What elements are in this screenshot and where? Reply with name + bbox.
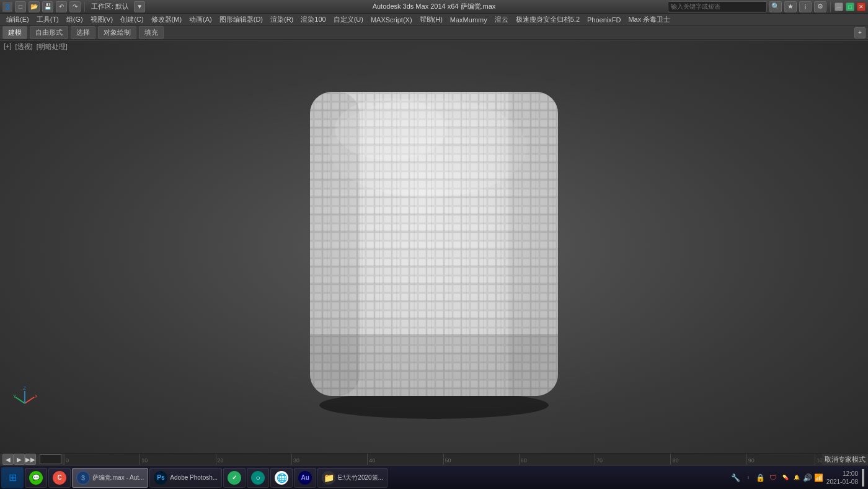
- viewport-shading[interactable]: [明暗处理]: [37, 42, 68, 52]
- new-file-icon[interactable]: □: [15, 1, 26, 12]
- clock-date: 2021-01-08: [826, 478, 858, 486]
- tick-40: 40: [367, 454, 375, 465]
- bookmark-icon[interactable]: ★: [784, 1, 797, 12]
- info-icon[interactable]: i: [799, 1, 812, 12]
- menu-render[interactable]: 渲染(R): [267, 14, 297, 25]
- open-file-icon[interactable]: 📂: [29, 1, 40, 12]
- search-button[interactable]: 🔍: [769, 1, 782, 12]
- timeline-prev-icon[interactable]: ◀: [2, 454, 14, 465]
- ps-label: Adobe Photosh...: [170, 474, 218, 481]
- taskbar-app-3dsmax[interactable]: 3 萨编觉.max - Aut...: [72, 468, 148, 488]
- clock-time: 12:00: [826, 470, 858, 478]
- menu-help[interactable]: 帮助(H): [416, 14, 446, 25]
- ps-icon: Ps: [154, 471, 167, 485]
- menu-group[interactable]: 组(G): [63, 14, 87, 25]
- menu-customize[interactable]: 自定义(U): [330, 14, 367, 25]
- tab-freeform[interactable]: 自由形式: [30, 26, 68, 39]
- timeline-play-icon[interactable]: ▶: [14, 454, 25, 465]
- add-tab-icon[interactable]: +: [854, 27, 866, 38]
- menu-create[interactable]: 创建(C): [117, 14, 147, 25]
- menu-phoenix[interactable]: PhoenixFD: [583, 16, 624, 24]
- start-button[interactable]: ⊞: [1, 467, 24, 488]
- taskbar-app-red[interactable]: C: [48, 468, 71, 488]
- minimize-button[interactable]: ─: [835, 2, 843, 11]
- title-bar-left: 3 □ 📂 💾 ↶ ↷ 工作区: 默认 ▼: [2, 1, 145, 12]
- undo-icon[interactable]: ↶: [56, 1, 67, 12]
- close-button[interactable]: ✕: [857, 2, 866, 11]
- title-bar: 3 □ 📂 💾 ↶ ↷ 工作区: 默认 ▼ Autodesk 3ds Max 2…: [0, 0, 868, 14]
- tray-icons-group: 💊 🔔 🔊 📶: [781, 473, 824, 483]
- tab-fill[interactable]: 填充: [139, 26, 164, 39]
- sub-toolbar: 建模 自由形式 选择 对象绘制 填充 +: [0, 26, 868, 40]
- tab-select[interactable]: 选择: [71, 26, 95, 39]
- timeline-track[interactable]: 0 10 20 30 40 50 60 70 80 90 100: [64, 454, 822, 465]
- tick-30: 30: [291, 454, 299, 465]
- taskbar-app-green[interactable]: ✓: [223, 468, 246, 488]
- settings-icon[interactable]: ⚙: [814, 1, 826, 12]
- search-input[interactable]: [668, 1, 767, 12]
- menu-slim[interactable]: 极速瘦身安全归档5.2: [512, 14, 583, 25]
- 3d-object-woven-cube: [279, 67, 589, 427]
- taskbar-app-folder[interactable]: 📁 E:\天竹2020策...: [317, 468, 388, 488]
- tick-20: 20: [216, 454, 224, 465]
- folder-label: E:\天竹2020策...: [338, 473, 383, 482]
- workspace-label[interactable]: 工作区: 默认: [89, 1, 131, 12]
- tab-paintobject[interactable]: 对象绘制: [98, 26, 136, 39]
- tray-icon-1[interactable]: i: [743, 473, 753, 483]
- system-tray: 🔧 i 🔒 🛡 💊 🔔 🔊 📶 12:00 2021-01-08: [731, 469, 867, 487]
- svg-text:Y: Y: [13, 393, 17, 399]
- menu-edit[interactable]: 编辑(E): [2, 14, 33, 25]
- menu-graph-editor[interactable]: 图形编辑器(D): [216, 14, 267, 25]
- menu-maxmummy[interactable]: MaxMummy: [446, 16, 491, 24]
- maximize-button[interactable]: □: [846, 2, 854, 11]
- taskbar-app-teal[interactable]: ○: [247, 468, 269, 488]
- show-desktop-icon[interactable]: [862, 469, 864, 487]
- viewport-perspective[interactable]: [透视]: [16, 42, 33, 52]
- taskbar-app-photoshop[interactable]: Ps Adobe Photosh...: [149, 468, 222, 488]
- tick-60: 60: [519, 454, 527, 465]
- svg-line-39: [25, 397, 34, 403]
- menu-render100[interactable]: 渲染100: [297, 14, 329, 25]
- redo-icon[interactable]: ↷: [69, 1, 81, 12]
- network-icon[interactable]: 🔧: [731, 473, 741, 483]
- wechat-icon: 💬: [29, 471, 43, 485]
- clock[interactable]: 12:00 2021-01-08: [826, 470, 858, 486]
- menu-maxscript[interactable]: MAXScript(X): [367, 16, 416, 24]
- tray-icon-2[interactable]: 🔒: [756, 473, 766, 483]
- volume-icon[interactable]: 🔊: [803, 473, 813, 483]
- tick-80: 80: [670, 454, 678, 465]
- 3dsmax-app-icon: 3: [76, 471, 90, 485]
- menu-animation[interactable]: 动画(A): [185, 14, 216, 25]
- taskbar-app-audition[interactable]: Au: [294, 468, 316, 488]
- workspace-dropdown-icon[interactable]: ▼: [134, 1, 145, 12]
- menu-antivirus[interactable]: Max 杀毒卫士: [624, 14, 674, 25]
- cancel-expert-mode[interactable]: 取消专家模式: [825, 455, 866, 464]
- taskbar-app-chrome[interactable]: 🌐: [270, 468, 293, 488]
- timeline: ◀ ▶ ▶▶ 0 / 100 0 10 20 30 40 50 60 70 80…: [0, 453, 868, 465]
- save-icon[interactable]: 💾: [42, 1, 53, 12]
- frame-input[interactable]: 0 / 100: [40, 454, 61, 464]
- au-icon: Au: [298, 471, 312, 485]
- tick-0: 0: [64, 454, 69, 465]
- teal-app-icon: ○: [251, 471, 265, 485]
- menu-modifier[interactable]: 修改器(M): [148, 14, 186, 25]
- wifi-icon[interactable]: 📶: [814, 473, 824, 483]
- tab-build[interactable]: 建模: [2, 26, 27, 39]
- sys-tray-2[interactable]: 🔔: [792, 473, 802, 483]
- 3d-viewport[interactable]: X Y Z: [0, 41, 868, 453]
- viewport-plus[interactable]: [+]: [4, 42, 12, 52]
- menu-view[interactable]: 视图(V): [87, 14, 117, 25]
- viewport-labels: [+] [透视] [明暗处理]: [4, 42, 68, 52]
- 3dsmax-label: 萨编觉.max - Aut...: [92, 473, 144, 482]
- tick-10: 10: [140, 454, 148, 465]
- sep1: [84, 2, 85, 12]
- tick-100: 100: [815, 454, 822, 465]
- svg-line-40: [16, 397, 25, 403]
- sys-tray-1[interactable]: 💊: [781, 473, 790, 483]
- axis-indicator: X Y Z: [12, 385, 37, 410]
- timeline-next-icon[interactable]: ▶▶: [25, 454, 36, 465]
- antivirus-tray-icon[interactable]: 🛡: [768, 473, 778, 483]
- menu-cloud[interactable]: 渲云: [491, 14, 512, 25]
- taskbar-app-wechat[interactable]: 💬: [25, 468, 47, 488]
- menu-tools[interactable]: 工具(T): [33, 14, 63, 25]
